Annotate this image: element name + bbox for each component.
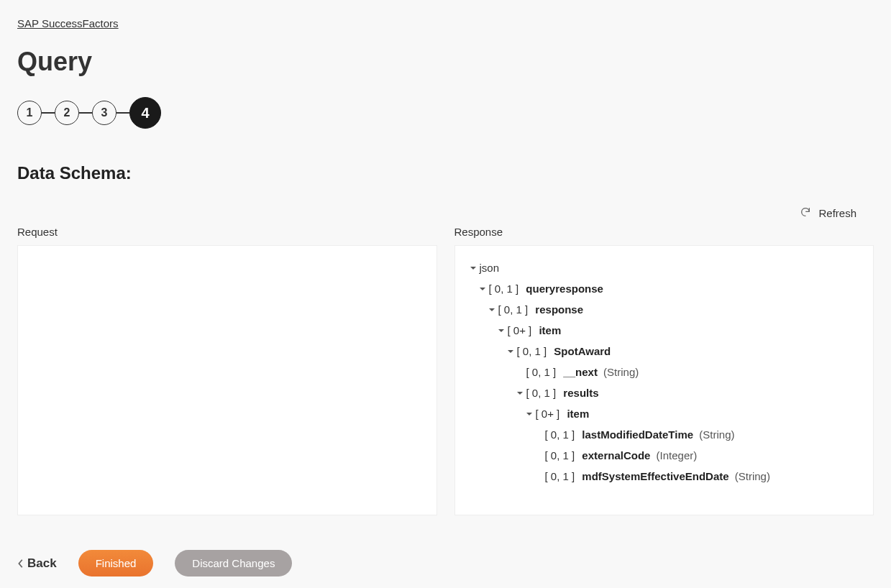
tree-node[interactable]: [ 0, 1 ] SpotAward [467,341,862,362]
tree-node: [ 0, 1 ] __next (String) [467,362,862,382]
tree-node-name: mdfSystemEffectiveEndDate [582,470,728,482]
tree-node[interactable]: [ 0, 1 ] queryresponse [467,278,862,299]
chevron-down-icon[interactable] [485,306,498,314]
chevron-down-icon[interactable] [476,285,489,293]
tree-node-name: item [539,324,561,336]
tree-node-type: (String) [732,470,770,482]
tree-node-cardinality: [ 0, 1 ] [498,303,531,316]
tree-node-cardinality: [ 0, 1 ] [526,366,559,378]
finished-button[interactable]: Finished [78,550,154,576]
tree-node-cardinality: [ 0+ ] [508,324,535,336]
tree-node-type: (String) [600,366,639,378]
tree-node: [ 0, 1 ] mdfSystemEffectiveEndDate (Stri… [467,466,862,487]
step-1[interactable]: 1 [17,101,42,125]
tree-node-cardinality: [ 0, 1 ] [489,282,522,295]
chevron-left-icon [17,559,24,569]
tree-node: [ 0, 1 ] externalCode (Integer) [467,445,862,466]
tree-node-cardinality: [ 0, 1 ] [545,470,578,482]
back-label: Back [27,556,57,571]
tree-node-name: response [535,303,583,316]
response-panel-label: Response [454,226,874,238]
tree-node: [ 0, 1 ] lastModifiedDateTime (String) [467,424,862,445]
tree-node[interactable]: [ 0+ ] item [467,403,862,424]
tree-node-name: SpotAward [554,345,611,357]
tree-node-name: __next [563,366,598,378]
request-panel[interactable] [17,245,437,515]
tree-node-type: (Integer) [653,449,697,461]
chevron-down-icon[interactable] [467,264,480,272]
back-button[interactable]: Back [17,556,57,571]
section-title: Data Schema: [17,163,874,183]
step-3[interactable]: 3 [92,101,116,125]
refresh-icon [800,206,811,220]
step-connector [42,112,55,114]
stepper: 1234 [17,97,874,129]
tree-node-cardinality: [ 0, 1 ] [526,387,559,399]
chevron-down-icon[interactable] [495,326,508,335]
chevron-down-icon[interactable] [523,410,536,418]
tree-node-type: (String) [696,428,734,441]
step-connector [79,112,92,114]
page-title: Query [17,47,874,77]
discard-changes-button[interactable]: Discard Changes [175,550,292,576]
response-panel[interactable]: json[ 0, 1 ] queryresponse[ 0, 1 ] respo… [454,245,874,515]
tree-node-cardinality: [ 0, 1 ] [545,449,578,461]
tree-node-name: externalCode [582,449,650,461]
tree-node-name: lastModifiedDateTime [582,428,693,441]
step-2[interactable]: 2 [55,101,79,125]
request-panel-label: Request [17,226,437,238]
tree-node-cardinality: [ 0, 1 ] [545,428,578,441]
tree-node-cardinality: [ 0, 1 ] [517,345,550,357]
tree-node[interactable]: [ 0, 1 ] response [467,299,862,320]
tree-node-name: item [567,408,589,420]
refresh-label: Refresh [818,207,856,219]
step-connector [116,112,129,114]
breadcrumb[interactable]: SAP SuccessFactors [17,17,119,29]
refresh-button[interactable]: Refresh [800,206,856,220]
tree-node[interactable]: [ 0, 1 ] results [467,382,862,403]
tree-node[interactable]: json [467,257,862,278]
chevron-down-icon[interactable] [513,389,526,398]
tree-node-name: json [480,262,500,274]
tree-node-name: queryresponse [526,282,603,295]
chevron-down-icon[interactable] [504,347,517,356]
tree-node[interactable]: [ 0+ ] item [467,320,862,341]
step-4[interactable]: 4 [129,97,161,129]
tree-node-name: results [563,387,598,399]
tree-node-cardinality: [ 0+ ] [536,408,563,420]
